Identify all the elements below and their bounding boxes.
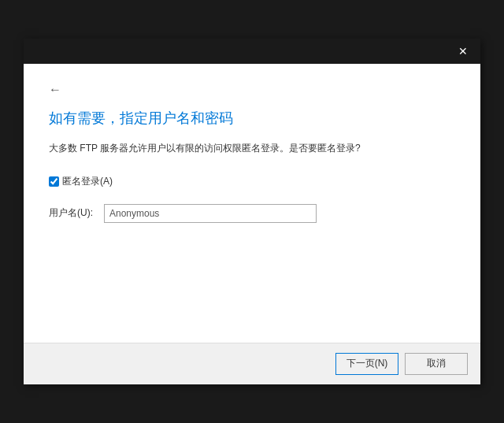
anonymous-login-row: 匿名登录(A): [49, 175, 455, 188]
close-button[interactable]: ✕: [452, 40, 474, 62]
username-row: 用户名(U):: [49, 204, 455, 223]
username-label: 用户名(U):: [49, 206, 104, 220]
dialog-window: ✕ ← 如有需要，指定用户名和密码 大多数 FTP 服务器允许用户以有限的访问权…: [24, 39, 480, 384]
next-button[interactable]: 下一页(N): [335, 353, 398, 375]
anonymous-login-label: 匿名登录(A): [62, 175, 113, 188]
dialog-title: 如有需要，指定用户名和密码: [49, 109, 455, 128]
title-bar: ✕: [24, 39, 480, 64]
dialog-footer: 下一页(N) 取消: [24, 343, 480, 384]
dialog-description: 大多数 FTP 服务器允许用户以有限的访问权限匿名登录。是否要匿名登录?: [49, 141, 455, 156]
cancel-button[interactable]: 取消: [405, 353, 468, 375]
username-input[interactable]: [104, 204, 317, 223]
back-arrow-icon[interactable]: ←: [49, 83, 61, 97]
anonymous-login-checkbox[interactable]: [49, 176, 59, 187]
content-spacer: [49, 232, 455, 327]
anonymous-login-checkbox-label[interactable]: 匿名登录(A): [49, 175, 113, 188]
dialog-body: ← 如有需要，指定用户名和密码 大多数 FTP 服务器允许用户以有限的访问权限匿…: [24, 64, 480, 343]
